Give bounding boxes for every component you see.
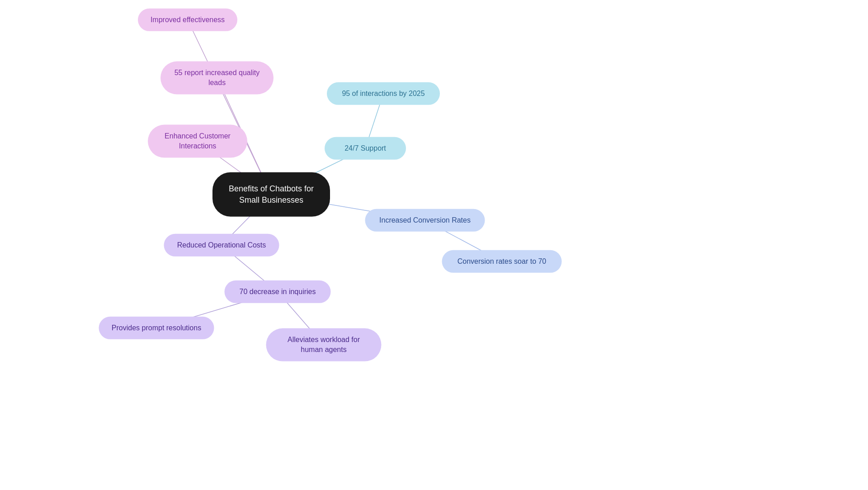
node-95-interactions: 95 of interactions by 2025	[327, 82, 440, 105]
svg-line-0	[188, 20, 271, 195]
connection-lines	[0, 0, 868, 490]
node-provides-prompt: Provides prompt resolutions	[99, 317, 214, 339]
node-increased-quality-leads: 55 report increased quality leads	[160, 62, 274, 95]
node-conversion-rates-soar: Conversion rates soar to 70	[442, 250, 562, 273]
mind-map: Benefits of Chatbots for Small Businesse…	[0, 0, 868, 490]
node-24-7-support: 24/7 Support	[325, 137, 406, 160]
node-70-decrease: 70 decrease in inquiries	[225, 281, 331, 303]
node-alleviates-workload: Alleviates workload for human agents	[266, 328, 382, 362]
node-enhanced-customer: Enhanced Customer Interactions	[148, 125, 247, 158]
center-node: Benefits of Chatbots for Small Businesse…	[212, 172, 330, 217]
node-improved-effectiveness: Improved effectiveness	[138, 9, 237, 31]
node-increased-conversion: Increased Conversion Rates	[365, 209, 485, 232]
node-reduced-operational: Reduced Operational Costs	[164, 234, 279, 257]
